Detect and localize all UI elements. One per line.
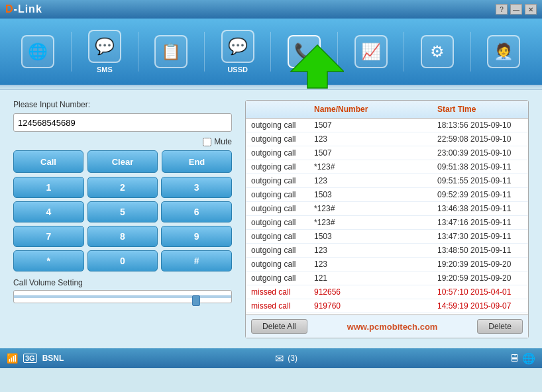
cell-type: outgoing call: [246, 259, 309, 270]
cell-type: outgoing call: [246, 189, 309, 200]
cell-time: 13:46:38 2015-09-11: [432, 203, 528, 214]
main-content: Please Input Number: Mute Call Clear End…: [0, 90, 542, 348]
action-buttons: Call Clear End: [13, 150, 232, 173]
nav-divider-7: [470, 32, 471, 72]
minimize-button[interactable]: —: [510, 4, 522, 15]
phone-number-input[interactable]: [13, 113, 232, 132]
nav-item-ussd[interactable]: 💬 USSD: [221, 30, 254, 74]
cell-type: outgoing call: [246, 148, 309, 158]
mute-row: Mute: [13, 137, 232, 146]
cell-type: missed call: [246, 287, 309, 297]
end-button[interactable]: End: [162, 150, 232, 173]
settings-icon: ⚙: [421, 35, 454, 68]
call-row[interactable]: outgoing call 123 09:51:55 2015-09-11: [246, 174, 528, 188]
call-row[interactable]: outgoing call 121 19:20:59 2015-09-20: [246, 271, 528, 285]
col-header-time: Start Time: [432, 103, 528, 115]
nav-item-contacts[interactable]: 📋: [154, 35, 188, 68]
separator: [0, 85, 542, 90]
nav-item-stats[interactable]: 📈: [354, 35, 388, 68]
col-header-type: [246, 103, 309, 115]
cell-name: 1503: [309, 231, 432, 242]
call-row[interactable]: outgoing call 1503 13:47:30 2015-09-11: [246, 230, 528, 244]
cell-time: 09:51:55 2015-09-11: [432, 175, 528, 186]
key-2[interactable]: 2: [87, 177, 158, 198]
delete-all-button[interactable]: Delete All: [251, 319, 307, 334]
network-icon: 🌐: [522, 352, 535, 365]
help-button[interactable]: ?: [496, 4, 508, 15]
close-button[interactable]: ✕: [525, 4, 537, 15]
cell-type: outgoing call: [246, 245, 309, 256]
call-row[interactable]: outgoing call *123# 09:51:38 2015-09-11: [246, 160, 528, 174]
input-label: Please Input Number:: [13, 100, 232, 109]
key-4[interactable]: 4: [13, 201, 84, 222]
cell-time: 19:20:59 2015-09-20: [432, 273, 528, 283]
call-row[interactable]: missed call 919760 14:59:19 2015-09-07: [246, 299, 528, 313]
cell-time: 09:52:39 2015-09-11: [432, 189, 528, 200]
cell-name: *123#: [309, 217, 432, 228]
key-5[interactable]: 5: [87, 201, 158, 222]
volume-slider-container: [13, 290, 232, 303]
call-row[interactable]: outgoing call 1503 09:52:39 2015-09-11: [246, 188, 528, 202]
cell-name: 912656: [309, 287, 432, 297]
call-row[interactable]: outgoing call 123 19:20:39 2015-09-20: [246, 258, 528, 271]
contacts-icon: 📋: [154, 35, 188, 68]
cell-name: 919760: [309, 301, 432, 311]
nav-item-settings[interactable]: ⚙: [421, 35, 454, 68]
call-row[interactable]: outgoing call *123# 13:46:38 2015-09-11: [246, 202, 528, 216]
help-nav-icon: 🧑‍💼: [487, 35, 520, 68]
key-3[interactable]: 3: [161, 177, 232, 198]
call-row[interactable]: outgoing call 1507 18:13:56 2015-09-10: [246, 119, 528, 132]
cell-time: 13:48:50 2015-09-11: [432, 245, 528, 256]
dial-icon: 📞: [288, 35, 321, 68]
title-bar: D-Link ? — ✕: [0, 0, 542, 19]
cell-time: 09:51:38 2015-09-11: [432, 162, 528, 172]
cell-name: 1507: [309, 148, 432, 158]
call-log-body: outgoing call 1507 18:13:56 2015-09-10 o…: [246, 119, 528, 315]
cell-name: 123: [309, 175, 432, 186]
keypad: 1 2 3 4 5 6 7 8 9 * 0 #: [13, 177, 232, 271]
cell-name: 123: [309, 245, 432, 256]
nav-divider-5: [337, 32, 338, 72]
cell-type: outgoing call: [246, 231, 309, 242]
nav-item-sms[interactable]: 💬 SMS: [88, 30, 121, 74]
web-icon: 🌐: [21, 35, 54, 68]
key-1[interactable]: 1: [13, 177, 84, 198]
cell-time: 19:20:39 2015-09-20: [432, 259, 528, 270]
app-logo: D-Link: [5, 3, 42, 15]
delete-button[interactable]: Delete: [477, 319, 523, 334]
nav-item-dial[interactable]: 📞: [288, 35, 321, 68]
cell-time: 13:47:30 2015-09-11: [432, 231, 528, 242]
volume-section: Call Volume Setting: [13, 278, 232, 303]
key-star[interactable]: *: [13, 250, 84, 271]
key-6[interactable]: 6: [161, 201, 232, 222]
nav-divider-1: [71, 32, 72, 72]
mute-checkbox[interactable]: [203, 138, 211, 146]
cell-time: 18:13:56 2015-09-10: [432, 120, 528, 130]
call-row[interactable]: outgoing call 123 13:48:50 2015-09-11: [246, 244, 528, 258]
call-row[interactable]: outgoing call 123 22:59:08 2015-09-10: [246, 132, 528, 146]
window-controls[interactable]: ? — ✕: [496, 4, 537, 15]
nav-item-web[interactable]: 🌐: [21, 35, 54, 68]
call-log-footer: Delete All www.pcmobitech.com Delete: [246, 315, 528, 338]
clear-button[interactable]: Clear: [87, 150, 158, 173]
key-9[interactable]: 9: [161, 226, 232, 247]
key-hash[interactable]: #: [161, 250, 232, 271]
cell-name: 1507: [309, 120, 432, 130]
ussd-label: USSD: [227, 66, 248, 74]
call-row[interactable]: missed call 912656 10:57:10 2015-04-01: [246, 285, 528, 299]
cell-time: 23:00:39 2015-09-10: [432, 148, 528, 158]
call-row[interactable]: outgoing call 1507 23:00:39 2015-09-10: [246, 146, 528, 160]
volume-label: Call Volume Setting: [13, 278, 232, 287]
call-row[interactable]: outgoing call *123# 13:47:16 2015-09-11: [246, 216, 528, 230]
key-8[interactable]: 8: [87, 226, 158, 247]
status-bar: 📶 3G BSNL ✉ (3) 🖥 🌐: [0, 348, 542, 368]
key-7[interactable]: 7: [13, 226, 84, 247]
cell-name: 123: [309, 134, 432, 144]
call-button[interactable]: Call: [13, 150, 83, 173]
nav-item-help[interactable]: 🧑‍💼: [487, 35, 520, 68]
cell-type: outgoing call: [246, 175, 309, 186]
volume-slider[interactable]: [14, 291, 231, 303]
key-0[interactable]: 0: [87, 250, 158, 271]
cell-time: 22:59:08 2015-09-10: [432, 134, 528, 144]
carrier-name: BSNL: [42, 354, 64, 363]
